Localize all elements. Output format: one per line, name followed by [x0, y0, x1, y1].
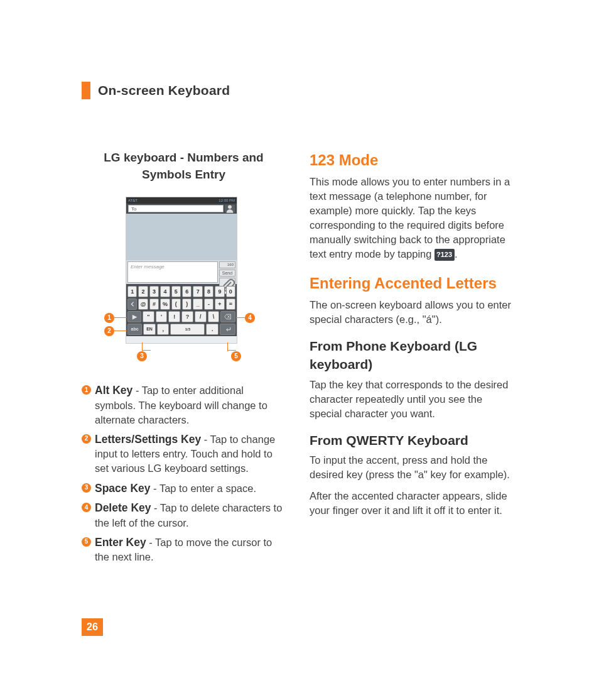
enter-key [220, 324, 235, 335]
lang-key: EN [143, 324, 156, 335]
key-8: 8 [204, 286, 213, 297]
paragraph: Tap the key that corresponds to the desi… [310, 378, 514, 421]
paragraph: To input the accent, press and hold the … [310, 453, 514, 482]
section-title: On-screen Keyboard [98, 83, 230, 98]
key-sq: ' [156, 311, 168, 322]
virtual-keyboard: 1 2 3 4 5 6 7 8 9 0 [126, 284, 237, 336]
legend-text: Space Key - Tap to enter a space. [95, 481, 286, 496]
paragraph-tail: . [455, 248, 458, 260]
key-hash: # [149, 298, 159, 310]
key-dq: " [143, 311, 154, 322]
manual-page: On-screen Keyboard LG keyboard - Numbers… [0, 0, 599, 569]
space-key: 1/3 [170, 324, 205, 335]
right-column: 123 Mode This mode allows you to enter n… [310, 150, 514, 569]
callout-5: 5 [231, 351, 241, 361]
delete-key [220, 311, 235, 322]
carrier-label: AT&T [128, 198, 138, 203]
key-dash: - [204, 298, 213, 310]
legend-text: Letters/Settings Key - Tap to change inp… [95, 432, 286, 476]
legend-num: 2 [82, 434, 91, 444]
compose-row: Enter message 160 Send [126, 260, 237, 284]
legend-num: 4 [82, 503, 91, 512]
key-0: 0 [226, 286, 235, 297]
legend-item: 1 Alt Key - Tap to enter additional symb… [82, 383, 286, 427]
legend-title: Delete Key [95, 501, 151, 514]
alt-key: ▶ [127, 311, 141, 322]
legend-text: Alt Key - Tap to enter additional symbol… [95, 383, 286, 427]
section-header: On-screen Keyboard [82, 82, 542, 99]
key-pct: % [160, 298, 170, 310]
heading-123-mode: 123 Mode [310, 150, 514, 171]
content-columns: LG keyboard - Numbers and Symbols Entry … [82, 150, 542, 569]
key-2: 2 [138, 286, 148, 297]
legend-text: Enter Key - Tap to move the cursor to th… [95, 535, 286, 565]
to-field: To [128, 205, 224, 212]
legend-title: Space Key [95, 482, 151, 495]
send-button: Send [219, 270, 235, 277]
key-bslash: \ [208, 311, 220, 322]
leader-4 [236, 317, 245, 318]
key-eq: = [226, 298, 235, 310]
paragraph-text: This mode allows you to enter numbers in… [310, 176, 510, 260]
phone-statusbar: AT&T 12:00 PM [126, 197, 237, 204]
legend-item: 2 Letters/Settings Key - Tap to change i… [82, 432, 286, 476]
kbd-row-1: 1 2 3 4 5 6 7 8 9 0 [127, 286, 235, 297]
dot-key: . [206, 324, 219, 335]
figure-title: LG keyboard - Numbers and Symbols Entry [82, 150, 286, 183]
legend-title: Enter Key [95, 536, 146, 549]
paragraph: The on-screen keyboard allows you to ent… [310, 298, 514, 327]
time-label: 12:00 PM [219, 198, 235, 203]
legend-list: 1 Alt Key - Tap to enter additional symb… [82, 383, 286, 564]
legend-desc: - Tap to enter a space. [151, 483, 256, 494]
paragraph: This mode allows you to enter numbers in… [310, 175, 514, 262]
key-plus: + [215, 298, 224, 310]
callout-1: 1 [104, 313, 114, 323]
key-qmark: ? [181, 311, 193, 322]
key-slash: / [195, 311, 207, 322]
callout-3: 3 [137, 351, 147, 361]
key-9: 9 [215, 286, 224, 297]
callout-2: 2 [104, 326, 114, 336]
legend-num: 5 [82, 537, 91, 547]
svg-point-0 [228, 205, 232, 209]
kbd-row-2: @ # % ( ) _ - + = [127, 298, 235, 310]
char-count: 160 [219, 261, 235, 268]
leader-3h [142, 350, 151, 351]
paragraph: After the accented character appears, sl… [310, 489, 514, 518]
add-contact-icon [225, 205, 235, 212]
kbd-row-3: ▶ " ' ! ? / \ [127, 311, 235, 322]
kbd-row-4: abc EN , 1/3 . [127, 324, 235, 335]
abc-key: abc [127, 324, 142, 335]
legend-title: Letters/Settings Key [95, 433, 201, 446]
compose-side: 160 Send [219, 261, 235, 283]
legend-num: 3 [82, 483, 91, 493]
key-at: @ [138, 298, 148, 310]
caret-left-icon [127, 298, 137, 310]
key-underscore: _ [193, 298, 202, 310]
phone-figure: AT&T 12:00 PM To Enter message 160 [82, 197, 286, 360]
legend-title: Alt Key [95, 384, 132, 396]
key-lparen: ( [171, 298, 181, 310]
key-1: 1 [127, 286, 137, 297]
leader-5h [227, 350, 236, 351]
key-bang: ! [168, 311, 180, 322]
key-rparen: ) [182, 298, 192, 310]
legend-item: 4 Delete Key - Tap to delete characters … [82, 500, 286, 530]
leader-1 [114, 317, 127, 318]
comma-key: , [157, 324, 170, 335]
key-4: 4 [160, 286, 170, 297]
key-3: 3 [149, 286, 159, 297]
legend-num: 1 [82, 385, 91, 395]
leader-2 [114, 331, 127, 331]
header-accent [82, 82, 90, 99]
callout-4: 4 [245, 313, 255, 323]
heading-accented: Entering Accented Letters [310, 273, 514, 294]
key-5: 5 [171, 286, 181, 297]
legend-text: Delete Key - Tap to delete characters to… [95, 500, 286, 530]
key-6: 6 [182, 286, 192, 297]
subheading-qwerty: From QWERTY Keyboard [310, 431, 514, 449]
legend-item: 3 Space Key - Tap to enter a space. [82, 481, 286, 496]
key-7: 7 [193, 286, 202, 297]
legend-item: 5 Enter Key - Tap to move the cursor to … [82, 535, 286, 565]
leader-3v [142, 342, 143, 351]
